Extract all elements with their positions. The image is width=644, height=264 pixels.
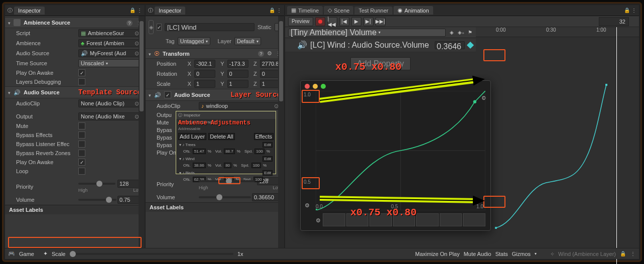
rot-y-field[interactable]: 0 [227, 70, 248, 78]
audio-source-header[interactable]: 🔊 Audio Source Template Source [5, 86, 145, 98]
transform-header[interactable]: ⦿ Transform [146, 48, 284, 59]
ambience-source-header[interactable]: Ambience Source [5, 17, 145, 28]
volume-field[interactable]: 0.75 [117, 196, 142, 204]
tab-test-runner[interactable]: Test Runner [354, 7, 392, 15]
first-frame-button[interactable]: |◀◀ [327, 17, 337, 26]
tag-dropdown[interactable]: Untagged [178, 37, 211, 45]
gizmos-toggle[interactable]: Gizmos [512, 251, 531, 257]
keyframe-icon[interactable] [467, 41, 474, 48]
audio-source-header-2[interactable]: 🔊 Audio Source Layer Source [146, 89, 284, 101]
preset-button[interactable] [369, 213, 392, 226]
play-on-awake-checkbox[interactable] [78, 69, 85, 76]
property-value-field[interactable]: 0.3646 [435, 41, 465, 49]
pos-y-field[interactable]: -173.3 [227, 60, 248, 68]
last-frame-button[interactable]: ▶▶| [375, 17, 385, 26]
tab-timeline[interactable]: ▦Timeline [287, 6, 323, 15]
frame-field[interactable]: 32 [599, 17, 629, 26]
property-row[interactable]: 🔊 [LC] Wind : Audio Source.Volume 0.3646 [285, 38, 476, 52]
stats-toggle[interactable]: Stats [495, 251, 508, 257]
tab-inspector[interactable]: Inspector [14, 7, 45, 15]
lock-icon[interactable] [269, 8, 275, 14]
preview-button[interactable]: Preview [288, 17, 313, 26]
preset-button[interactable] [463, 213, 485, 226]
rot-x-field[interactable]: 0 [194, 70, 215, 78]
timeline-ruler[interactable]: 0:00 0:30 1:00 [476, 27, 639, 37]
play-button[interactable]: ▶ [351, 17, 361, 26]
game-tab-icon[interactable]: 🎮 [8, 250, 15, 257]
add-event-icon[interactable]: ⚑ [467, 30, 473, 36]
panel-menu-icon[interactable] [630, 251, 636, 257]
gameobject-name-field[interactable] [165, 23, 254, 31]
prev-key-button[interactable]: |◀ [339, 17, 349, 26]
play-on-awake-checkbox-2[interactable] [78, 159, 85, 166]
zoom-dot-icon[interactable] [321, 84, 326, 89]
preset-button[interactable] [416, 213, 439, 226]
layer-dropdown[interactable]: Default [234, 37, 261, 45]
preset-button[interactable] [323, 213, 345, 226]
volume-slider-2[interactable] [199, 196, 251, 198]
panel-menu-icon[interactable] [137, 8, 143, 14]
tab-inspector-2[interactable]: Inspector [155, 7, 185, 15]
scale-slider[interactable] [70, 253, 233, 255]
output-field[interactable]: None (Audio Mixe⊙ [78, 112, 142, 120]
preset-button[interactable] [440, 213, 462, 226]
add-key-icon[interactable]: ◈₊ [458, 30, 464, 36]
gameobject-icon[interactable]: ◈ [149, 20, 154, 34]
scale-x-field[interactable]: 1 [194, 80, 215, 88]
ambience-field[interactable]: ♣Forest (Ambien⊙ [78, 39, 142, 47]
mute-checkbox[interactable] [78, 122, 85, 129]
priority-slider[interactable] [78, 183, 115, 185]
record-button[interactable] [315, 17, 325, 26]
next-key-button[interactable]: ▶| [363, 17, 373, 26]
loop-checkbox[interactable] [78, 168, 85, 175]
volume-field-2[interactable]: 0.36650 [252, 193, 281, 201]
priority-slider-2[interactable] [199, 180, 255, 182]
popup-effects-button[interactable]: Effects [254, 133, 274, 140]
mute-audio-toggle[interactable]: Mute Audio [464, 251, 491, 257]
scale-y-field[interactable]: 1 [227, 80, 248, 88]
preset-icon[interactable] [267, 50, 272, 57]
lock-icon[interactable] [624, 8, 630, 14]
panel-menu-icon[interactable] [276, 8, 282, 14]
tab-scene[interactable]: ◇Scene [324, 6, 353, 15]
pos-x-field[interactable]: -302.1 [194, 60, 215, 68]
popup-edit-button[interactable]: Edit [263, 142, 273, 148]
popup-edit-button[interactable]: Edit [263, 170, 273, 176]
time-source-dropdown[interactable]: Unscaled [78, 59, 142, 67]
tab-animation[interactable]: ◉Animation [394, 6, 433, 15]
gear-icon[interactable] [305, 200, 310, 209]
curve-grid[interactable] [316, 91, 485, 210]
lock-icon[interactable] [130, 8, 136, 14]
help-icon[interactable] [258, 50, 264, 57]
add-property-button[interactable]: Add Property [350, 57, 411, 70]
popup-delete-all-button[interactable]: Delete All [208, 133, 234, 140]
script-field[interactable]: ▦AmbienceSour⊙ [78, 29, 142, 37]
scrollbar[interactable] [278, 16, 284, 249]
audioclip-field-2[interactable]: ♪windloop⊙ [199, 102, 281, 110]
bypass-reverb-checkbox[interactable] [78, 150, 85, 157]
bypass-listener-checkbox[interactable] [78, 141, 85, 148]
clip-dropdown[interactable]: [Tiny Ambience] Volume [288, 29, 446, 37]
panel-menu-icon[interactable] [631, 8, 637, 14]
audio-source-field[interactable]: 🔊MyForest (Aud⊙ [78, 49, 142, 57]
close-dot-icon[interactable] [305, 84, 310, 89]
layers-debugging-checkbox[interactable] [78, 78, 85, 85]
tab-game[interactable]: Game [19, 251, 34, 257]
preset-button[interactable] [393, 213, 416, 226]
preset-button[interactable] [346, 213, 369, 226]
bypass-effects-checkbox[interactable] [78, 131, 85, 139]
min-dot-icon[interactable] [313, 84, 318, 89]
popup-edit-button[interactable]: Edit [263, 156, 273, 162]
audioclip-field[interactable]: None (Audio Clip)⊙ [78, 99, 142, 107]
gear-icon[interactable] [316, 215, 321, 224]
diamond-nav-icon[interactable]: ◈ [449, 30, 455, 36]
audio-source-enable-checkbox[interactable] [164, 91, 171, 98]
help-icon[interactable] [126, 20, 133, 26]
volume-slider[interactable] [78, 199, 116, 201]
gameobject-active-checkbox[interactable] [157, 24, 162, 31]
maximize-on-play-toggle[interactable]: Maximize On Play [415, 251, 460, 257]
priority-field[interactable]: 128 [117, 180, 142, 188]
lock-icon[interactable] [620, 251, 626, 257]
scrollbar[interactable] [139, 16, 145, 249]
popup-add-layer-button[interactable]: Add Layer [178, 133, 206, 140]
